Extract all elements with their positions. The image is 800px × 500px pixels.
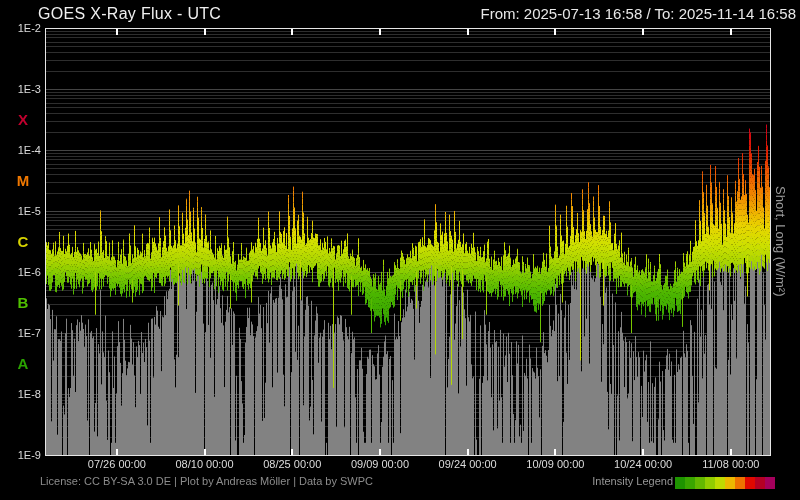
xray-flux-plot-canvas xyxy=(0,0,800,500)
class-letter-a: A xyxy=(10,355,36,372)
y-tick-label: 1E-5 xyxy=(0,205,41,217)
intensity-legend-label: Intensity Legend xyxy=(555,475,673,487)
class-letter-c: C xyxy=(10,233,36,250)
x-tick-label: 11/08 00:00 xyxy=(686,458,776,470)
class-letter-x: X xyxy=(10,111,36,128)
legend-color-swatch xyxy=(685,477,695,489)
y-tick-label: 1E-7 xyxy=(0,327,41,339)
x-tick-label: 10/24 00:00 xyxy=(598,458,688,470)
goes-xray-flux-app: GOES X-Ray Flux - UTC From: 2025-07-13 1… xyxy=(0,0,800,500)
y-tick-label: 1E-9 xyxy=(0,449,41,461)
date-range-label: From: 2025-07-13 16:58 / To: 2025-11-14 … xyxy=(481,5,797,22)
license-text: License: CC BY-SA 3.0 DE | Plot by Andre… xyxy=(40,475,373,487)
x-tick-label: 07/26 00:00 xyxy=(72,458,162,470)
y-tick-label: 1E-4 xyxy=(0,144,41,156)
x-tick-label: 09/09 00:00 xyxy=(335,458,425,470)
x-tick-label: 10/09 00:00 xyxy=(510,458,600,470)
chart-title: GOES X-Ray Flux - UTC xyxy=(38,5,221,23)
x-tick-label: 08/25 00:00 xyxy=(247,458,337,470)
legend-color-swatch xyxy=(675,477,685,489)
y-tick-label: 1E-6 xyxy=(0,266,41,278)
y-tick-label: 1E-8 xyxy=(0,388,41,400)
y-tick-label: 1E-3 xyxy=(0,83,41,95)
x-tick-label: 08/10 00:00 xyxy=(160,458,250,470)
legend-color-swatch xyxy=(735,477,745,489)
legend-color-swatch xyxy=(755,477,765,489)
intensity-legend-bar xyxy=(675,477,775,489)
class-letter-b: B xyxy=(10,294,36,311)
x-tick-label: 09/24 00:00 xyxy=(423,458,513,470)
class-letter-m: M xyxy=(10,172,36,189)
legend-color-swatch xyxy=(765,477,775,489)
legend-color-swatch xyxy=(725,477,735,489)
legend-color-swatch xyxy=(715,477,725,489)
right-axis-label: Short, Long (W/m²) xyxy=(773,28,788,455)
legend-color-swatch xyxy=(695,477,705,489)
legend-color-swatch xyxy=(745,477,755,489)
y-tick-label: 1E-2 xyxy=(0,22,41,34)
legend-color-swatch xyxy=(705,477,715,489)
